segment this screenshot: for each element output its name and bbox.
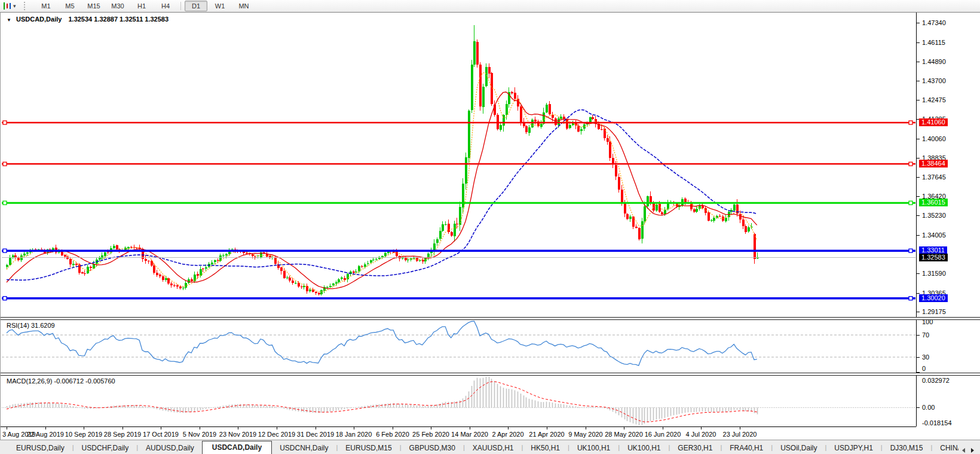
chart-tab-uk100-h1[interactable]: UK100,H1 xyxy=(569,442,618,454)
time-axis-label: 25 Feb 2020 xyxy=(412,431,449,438)
chart-cursor-icon[interactable] xyxy=(1,1,13,11)
price-axis-tick xyxy=(917,177,920,178)
macd-axis-tick xyxy=(917,407,920,408)
macd-chart-canvas[interactable] xyxy=(1,374,916,426)
chart-ohlc-values: 1.32534 1.32887 1.32511 1.32583 xyxy=(68,16,169,23)
time-axis-tick xyxy=(316,427,316,429)
price-axis-label: 1.40060 xyxy=(922,135,946,142)
rsi-chart-canvas[interactable] xyxy=(1,319,916,373)
chart-tab-usdcnh-daily[interactable]: USDCNH,Daily xyxy=(272,442,336,454)
chart-tab-hk50-h1[interactable]: HK50,H1 xyxy=(523,442,568,454)
horizontal-level-line[interactable] xyxy=(2,121,915,124)
time-axis-label: 16 Jun 2020 xyxy=(645,431,681,438)
chart-tab-eurusd-m15[interactable]: EURUSD,M15 xyxy=(338,442,399,454)
time-axis-tick xyxy=(740,427,740,429)
timeframe-button-m30[interactable]: M30 xyxy=(106,1,129,11)
chart-tabs: EURUSD,Daily|USDCHF,Daily|AUDUSD,DailyUS… xyxy=(0,441,958,454)
price-axis-label: 1.47340 xyxy=(922,19,946,26)
price-axis-label: 1.34005 xyxy=(922,231,946,239)
horizontal-level-line[interactable] xyxy=(2,201,915,205)
timeframe-button-mn[interactable]: MN xyxy=(232,1,255,11)
candlesticks xyxy=(6,25,759,295)
chart-tab-ger30-h1[interactable]: GER30,H1 xyxy=(670,442,720,454)
price-axis-label: 1.42475 xyxy=(922,96,946,103)
rsi-indicator-label: RSI(14) 31.6209 xyxy=(7,322,55,329)
time-axis-tick xyxy=(161,427,161,429)
panel-splitter-rsi[interactable] xyxy=(1,317,980,320)
chart-tab-xauusd-h1[interactable]: XAUUSD,H1 xyxy=(465,442,522,454)
time-axis-tick xyxy=(122,427,123,429)
toolbar-separator xyxy=(180,2,181,10)
time-axis-label: 22 Aug 2019 xyxy=(27,431,64,438)
price-axis[interactable]: 1.473401.461151.448901.437001.424751.412… xyxy=(916,13,980,426)
tab-scroll-right-icon[interactable] xyxy=(971,448,974,453)
time-axis-label: 23 Nov 2019 xyxy=(219,431,256,438)
chart-tab-usdjpy-h1[interactable]: USDJPY,H1 xyxy=(826,442,880,454)
chart-tab-usdcad-daily[interactable]: USDCAD,Daily xyxy=(202,441,272,454)
tab-scroll-left-icon[interactable] xyxy=(962,448,965,453)
price-axis-tick xyxy=(917,215,920,216)
time-axis-tick xyxy=(84,427,84,429)
time-axis-label: 4 Jul 2020 xyxy=(686,431,716,438)
time-axis-label: 28 Sep 2019 xyxy=(104,431,141,438)
chart-tab-gbpusd-m30[interactable]: GBPUSD,M30 xyxy=(402,442,463,454)
chart-tab-audusd-daily[interactable]: AUDUSD,Daily xyxy=(138,442,202,454)
price-axis-tick xyxy=(917,139,920,139)
price-axis-tick xyxy=(917,158,920,159)
time-axis-tick xyxy=(586,427,586,429)
chart-tab-uk100-h1[interactable]: UK100,H1 xyxy=(620,442,668,454)
chart-tool-dropdown-caret-icon[interactable]: ▾ xyxy=(13,3,20,9)
time-axis-tick xyxy=(7,427,7,429)
time-axis-label: 9 May 2020 xyxy=(568,431,602,438)
toolbar-grip[interactable] xyxy=(24,2,29,10)
price-axis-tick xyxy=(917,293,920,294)
price-axis-label: 1.29175 xyxy=(922,308,946,315)
timeframe-button-w1[interactable]: W1 xyxy=(209,1,231,11)
price-axis-tick xyxy=(917,23,920,23)
rsi-line xyxy=(7,321,757,365)
rsi-axis-tick xyxy=(917,335,920,336)
time-axis-tick xyxy=(508,427,509,429)
rsi-axis-label: 0 xyxy=(922,365,926,372)
level-price-label: 1.36015 xyxy=(919,199,948,206)
mini-candles-glyph xyxy=(2,2,12,10)
chart-tab-fra40-h1[interactable]: FRA40,H1 xyxy=(722,442,771,454)
chart-tab-china300-h4[interactable]: CHINA300,H4 xyxy=(932,442,958,454)
time-axis-tick xyxy=(547,427,547,429)
timeframe-button-m15[interactable]: M15 xyxy=(82,1,105,11)
horizontal-level-line[interactable] xyxy=(2,162,915,166)
timeframe-button-h4[interactable]: H4 xyxy=(154,1,177,11)
time-axis-tick xyxy=(200,427,200,429)
timeframe-button-m5[interactable]: M5 xyxy=(59,1,81,11)
chart-window: ▼ USDCAD,Daily 1.32534 1.32887 1.32511 1… xyxy=(0,12,980,440)
timeframe-button-d1[interactable]: D1 xyxy=(185,1,207,11)
price-chart-canvas[interactable] xyxy=(1,13,916,317)
macd-histogram xyxy=(7,377,758,425)
price-axis-tick xyxy=(917,235,920,236)
chart-tab-usoil-daily[interactable]: USOil,Daily xyxy=(773,442,825,454)
macd-indicator-label: MACD(12,26,9) -0.006712 -0.005760 xyxy=(7,377,115,385)
time-axis-label: 12 Dec 2019 xyxy=(258,431,295,438)
chart-tab-usdchf-daily[interactable]: USDCHF,Daily xyxy=(74,442,137,454)
time-axis-tick xyxy=(431,427,431,429)
chart-tab-dj30-m15[interactable]: DJ30,M15 xyxy=(883,442,931,454)
macd-axis-label: -0.018154 xyxy=(922,419,952,426)
panel-splitter-macd[interactable] xyxy=(1,373,980,376)
horizontal-level-line[interactable] xyxy=(2,297,915,300)
level-price-label: 1.41060 xyxy=(919,118,948,126)
timeframe-button-m1[interactable]: M1 xyxy=(35,1,57,11)
timeframe-button-h1[interactable]: H1 xyxy=(130,1,153,11)
time-axis-tick xyxy=(238,427,238,429)
time-axis-tick xyxy=(624,427,624,429)
mt4-terminal: ▾ M1M5M15M30H1H4D1W1MN ▼ USDCAD,Daily 1.… xyxy=(0,0,980,454)
collapse-triangle-icon[interactable]: ▼ xyxy=(7,17,11,23)
time-axis-tick xyxy=(354,427,354,429)
time-axis-label: 10 Sep 2019 xyxy=(65,431,102,438)
time-axis-label: 23 Jul 2020 xyxy=(723,431,757,438)
horizontal-level-line[interactable] xyxy=(2,249,915,252)
chart-tab-eurusd-daily[interactable]: EURUSD,Daily xyxy=(8,442,72,454)
time-axis-label: 2 Apr 2020 xyxy=(492,431,523,438)
price-axis-label: 1.43700 xyxy=(922,77,946,84)
time-axis[interactable]: 3 Aug 201922 Aug 201910 Sep 201928 Sep 2… xyxy=(1,426,916,441)
rsi-axis-label: 70 xyxy=(922,331,929,339)
